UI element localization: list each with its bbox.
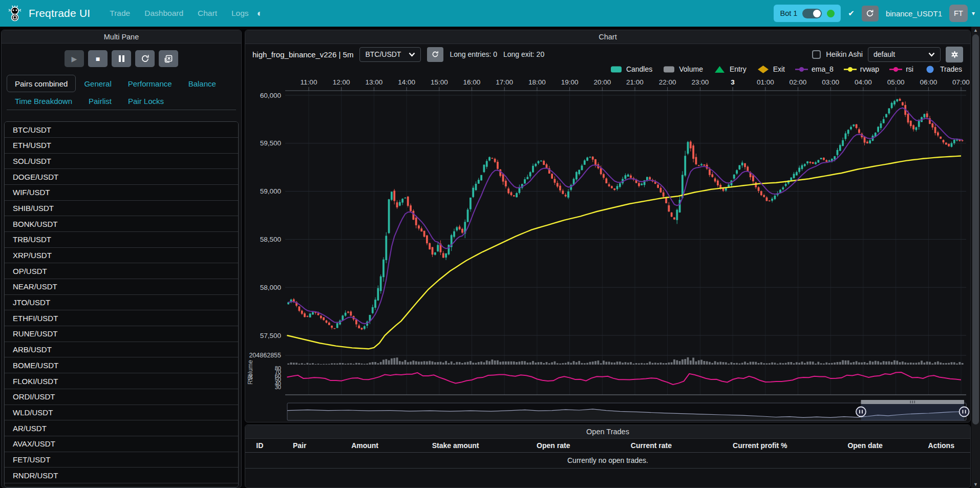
tab[interactable]: Pairlist [80,92,120,110]
pair-select[interactable]: BTC/USDT [359,47,421,62]
pair-list-item[interactable]: DOT/USDT [5,483,238,487]
column-header: Open date [818,441,912,450]
refresh-icon [432,51,439,58]
reload-config-button[interactable] [135,50,155,67]
pair-list-item[interactable]: FET/USDT [5,452,238,468]
tab[interactable]: Pairs combined [7,75,76,92]
page-scrollbar[interactable]: ▲ ▼ [971,27,980,488]
legend-item-entry[interactable]: Entry [713,65,747,74]
legend-item-rvwap[interactable]: rvwap [844,65,879,74]
svg-text:13:00: 13:00 [366,78,383,86]
theme-toggle-icon[interactable]: ◐ [257,8,263,19]
legend-item-volume[interactable]: Volume [663,65,703,74]
nav-link[interactable]: Chart [191,5,223,22]
long-exit-label: Long exit: 20 [503,50,544,58]
svg-text:22:00: 22:00 [659,78,676,86]
pair-list-item[interactable]: ARB/USDT [5,342,238,358]
svg-text:30: 30 [275,384,281,390]
svg-text:RSI: RSI [247,374,254,385]
scroll-up-arrow[interactable]: ▲ [971,27,980,34]
navigator-left-handle[interactable] [856,407,866,417]
nav-link[interactable]: Trade [103,5,136,22]
pair-list-item[interactable]: AR/USDT [5,420,238,436]
column-header: Current rate [601,441,702,450]
pair-list-item[interactable]: XRP/USDT [5,248,238,264]
pair-list-item[interactable]: ORDI/USDT [5,389,238,405]
scroll-down-arrow[interactable]: ▼ [971,481,980,488]
reload-icon [141,54,150,63]
legend-item-trades[interactable]: Trades [924,65,962,74]
nav-right: Bot 1 ✔ binance_USDT1 FT ▾ [774,5,975,22]
nav-link[interactable]: Dashboard [138,5,189,22]
legend-exit-marker [757,65,770,74]
bot-toggle[interactable] [802,9,822,18]
tab[interactable]: General [76,75,119,92]
svg-text:14:00: 14:00 [398,78,415,86]
candlestick-chart: 11:0012:0013:0014:0015:0016:0017:0018:00… [245,74,970,422]
pair-list-item[interactable]: OP/USDT [5,263,238,279]
legend-item-ema_8[interactable]: ema_8 [795,65,834,74]
svg-text:204862855: 204862855 [249,352,281,359]
play-button[interactable]: ▶ [65,50,84,67]
pause-button[interactable] [112,50,131,67]
navbar: Freqtrade UI TradeDashboardChartLogs ◐ B… [0,0,980,27]
global-refresh-button[interactable] [862,6,879,22]
heikin-ashi-checkbox[interactable] [812,50,821,59]
pair-list-item[interactable]: ETHFI/USDT [5,310,238,326]
pair-list-item[interactable]: SOL/USDT [5,154,238,169]
plot-settings-button[interactable] [946,47,963,62]
pair-list-item[interactable]: WIF/USDT [5,185,238,201]
pair-list-item[interactable]: BOME/USDT [5,357,238,373]
bot-name: Bot 1 [780,9,797,17]
pair-list-item[interactable]: SHIB/USDT [5,201,238,217]
navigator-right-handle[interactable] [960,407,969,417]
svg-text:01:00: 01:00 [757,78,774,86]
pair-list-item[interactable]: JTO/USDT [5,295,238,311]
pair-list-item[interactable]: BONK/USDT [5,216,238,232]
svg-text:19:00: 19:00 [561,78,579,86]
pair-list-item[interactable]: DOGE/USDT [5,169,238,185]
column-header: ID [245,441,274,450]
stop-button[interactable]: ■ [88,50,108,67]
pair-list-item[interactable]: RNDR/USDT [5,468,238,483]
pair-list-item[interactable]: WLD/USDT [5,405,238,421]
pair-list-item[interactable]: BTC/USDT [5,122,238,138]
confirm-check-icon[interactable]: ✔ [848,9,855,18]
open-trades-empty-row: Currently no open trades. [245,453,970,469]
pair-list-item[interactable]: NEAR/USDT [5,279,238,295]
avatar[interactable]: FT [949,5,968,22]
chart-refresh-button[interactable] [427,47,443,62]
open-trades-column-row: IDPairAmountStake amountOpen rateCurrent… [245,439,970,453]
bot-selector[interactable]: Bot 1 [774,5,841,22]
chart-toolbar: high_frog_binance_v226 | 5m BTC/USDT Lon… [245,45,970,63]
tab[interactable]: Time Breakdown [7,92,80,110]
pair-list-item[interactable]: FLOKI/USDT [5,373,238,389]
svg-text:59,000: 59,000 [260,187,281,195]
navigator-selected-window[interactable] [861,403,964,420]
pair-list-item[interactable]: RUNE/USDT [5,326,238,342]
svg-text:04:00: 04:00 [855,78,872,86]
freqtrade-robot-logo [7,5,23,22]
legend-item-candles[interactable]: Candles [610,65,652,74]
strategy-timeframe-label: high_frog_binance_v226 | 5m [252,50,353,59]
pair-list-item[interactable]: TRB/USDT [5,232,238,248]
pair-list-item[interactable]: AVAX/USDT [5,436,238,452]
nav-link[interactable]: Logs [225,5,255,22]
svg-text:06:00: 06:00 [920,78,937,86]
tab[interactable]: Performance [120,75,180,92]
legend-item-exit[interactable]: Exit [757,65,785,74]
plot-config-select[interactable]: default [868,47,941,62]
legend-rsi-marker [889,65,902,74]
legend-entry-marker [713,65,726,74]
legend-ema_8-marker [795,65,808,74]
column-header: Current profit % [702,441,818,450]
svg-text:58,000: 58,000 [260,284,281,291]
legend-item-rsi[interactable]: rsi [889,65,913,74]
scrollbar-thumb[interactable] [972,34,979,425]
pair-list-item[interactable]: ETH/USDT [5,138,238,154]
column-header: Pair [274,441,325,450]
clear-chart-button[interactable] [159,50,178,67]
tab[interactable]: Balance [180,75,224,92]
chevron-down-icon[interactable]: ▾ [972,10,975,17]
tab[interactable]: Pair Locks [120,92,172,110]
